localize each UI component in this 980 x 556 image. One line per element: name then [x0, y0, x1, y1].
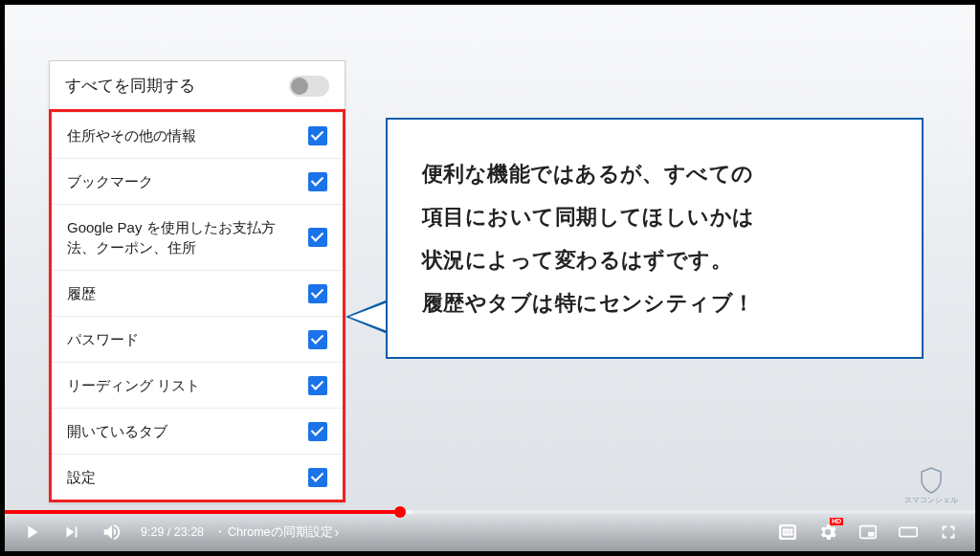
theater-icon — [898, 522, 919, 543]
controls-right: HD — [770, 515, 966, 549]
svg-rect-2 — [791, 534, 793, 536]
checkbox-icon[interactable] — [308, 126, 327, 145]
svg-rect-5 — [900, 527, 917, 536]
bubble-line: 履歴やタブは特にセンシティブ！ — [422, 281, 893, 324]
theater-button[interactable] — [891, 515, 925, 549]
setting-label: 住所やその他の情報 — [67, 125, 308, 145]
setting-row-addresses[interactable]: 住所やその他の情報 — [52, 112, 343, 158]
subtitles-icon — [777, 522, 798, 543]
chevron-right-icon: › — [335, 524, 340, 540]
setting-label: 開いているタブ — [67, 421, 308, 441]
setting-row-bookmarks[interactable]: ブックマーク — [52, 158, 343, 204]
current-time: 9:29 — [141, 525, 164, 539]
subtitles-button[interactable] — [770, 515, 805, 549]
bubble-line: 項目において同期してほしいかは — [422, 195, 893, 238]
shield-icon — [920, 467, 943, 494]
svg-rect-1 — [783, 534, 789, 536]
checkbox-icon[interactable] — [308, 330, 327, 349]
sync-all-row: すべてを同期する — [50, 61, 345, 110]
play-button[interactable] — [14, 515, 49, 549]
checkbox-icon[interactable] — [308, 284, 327, 303]
highlight-box: 住所やその他の情報 ブックマーク Google Pay を使用したお支払方法、ク… — [49, 109, 345, 502]
checkbox-icon[interactable] — [308, 172, 327, 191]
setting-row-passwords[interactable]: パスワード — [52, 316, 343, 362]
watermark-text: スマコンシェル — [904, 495, 958, 505]
checkbox-icon[interactable] — [308, 228, 327, 247]
fullscreen-button[interactable] — [931, 515, 966, 549]
sync-settings-panel: すべてを同期する 住所やその他の情報 ブックマーク Google Pay を使用… — [49, 60, 345, 502]
checkbox-icon[interactable] — [308, 422, 327, 441]
setting-row-history[interactable]: 履歴 — [52, 270, 343, 316]
channel-watermark[interactable]: スマコンシェル — [904, 467, 958, 505]
svg-rect-4 — [868, 532, 874, 537]
setting-label: リーディング リスト — [67, 375, 308, 395]
bubble-line: 状況によって変わるはずです。 — [422, 238, 893, 281]
next-button[interactable] — [55, 515, 89, 549]
sync-all-label: すべてを同期する — [65, 75, 195, 97]
chapter-display[interactable]: ・ Chromeの同期設定 › — [213, 524, 339, 541]
controls-left: 9:29 / 23:28 ・ Chromeの同期設定 › — [14, 515, 339, 549]
setting-row-settings[interactable]: 設定 — [52, 454, 343, 500]
speech-bubble: 便利な機能ではあるが、すべての 項目において同期してほしいかは 状況によって変わ… — [386, 118, 924, 359]
bubble-line: 便利な機能ではあるが、すべての — [422, 152, 893, 195]
time-display: 9:29 / 23:28 — [141, 525, 204, 539]
chapter-prefix: ・ — [213, 524, 226, 541]
play-icon — [21, 522, 42, 543]
miniplayer-button[interactable] — [851, 515, 885, 549]
fullscreen-icon — [938, 522, 959, 543]
checkbox-icon[interactable] — [308, 376, 327, 395]
volume-icon — [101, 522, 122, 543]
setting-row-reading-list[interactable]: リーディング リスト — [52, 362, 343, 408]
setting-label: 設定 — [67, 467, 308, 487]
svg-rect-0 — [781, 526, 795, 539]
setting-row-open-tabs[interactable]: 開いているタブ — [52, 408, 343, 454]
duration: 23:28 — [174, 525, 204, 539]
sync-all-toggle[interactable] — [289, 76, 329, 97]
video-content: すべてを同期する 住所やその他の情報 ブックマーク Google Pay を使用… — [5, 5, 975, 551]
player-controls: 9:29 / 23:28 ・ Chromeの同期設定 › HD — [5, 513, 975, 551]
video-player: すべてを同期する 住所やその他の情報 ブックマーク Google Pay を使用… — [0, 0, 980, 556]
setting-label: 履歴 — [67, 283, 308, 303]
setting-label: パスワード — [67, 329, 308, 349]
volume-button[interactable] — [95, 515, 129, 549]
miniplayer-icon — [858, 522, 879, 543]
chapter-title: Chromeの同期設定 — [228, 524, 332, 541]
next-icon — [61, 522, 82, 543]
setting-row-google-pay[interactable]: Google Pay を使用したお支払方法、クーポン、住所 — [52, 204, 343, 270]
checkbox-icon[interactable] — [308, 468, 327, 487]
time-separator: / — [164, 525, 173, 539]
hd-badge: HD — [830, 518, 843, 525]
settings-button[interactable]: HD — [811, 515, 845, 549]
setting-label: Google Pay を使用したお支払方法、クーポン、住所 — [67, 217, 308, 257]
setting-label: ブックマーク — [67, 171, 308, 191]
